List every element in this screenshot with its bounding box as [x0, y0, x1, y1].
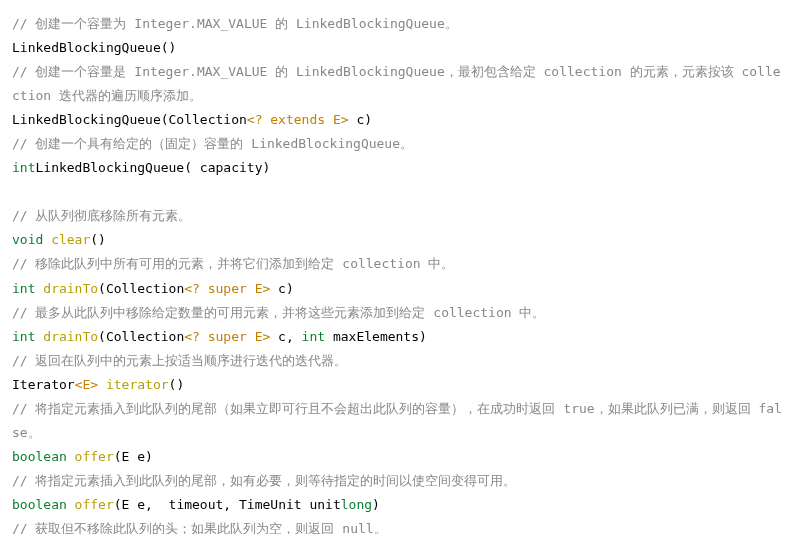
signature-text: ): [364, 112, 372, 127]
signature-text: ): [176, 377, 184, 392]
code-block: // 创建一个容量为 Integer.MAX_VALUE 的 LinkedBlo…: [12, 12, 782, 534]
code-line: // 从队列彻底移除所有元素。: [12, 204, 782, 228]
comment-text: // 获取但不移除此队列的头；如果此队列为空，则返回 null。: [12, 521, 387, 534]
signature-text: ): [372, 497, 380, 512]
type-text: Iterator: [12, 377, 75, 392]
signature-text: ): [145, 449, 153, 464]
code-line: // 最多从此队列中移除给定数量的可用元素，并将这些元素添加到给定 collec…: [12, 301, 782, 325]
keyword: boolean: [12, 449, 67, 464]
signature-text: LinkedBlockingQueue(: [12, 40, 169, 55]
comment-text: // 创建一个容量为 Integer.MAX_VALUE 的 LinkedBlo…: [12, 16, 458, 31]
code-line: // 获取但不移除此队列的头；如果此队列为空，则返回 null。: [12, 517, 782, 534]
code-line: // 创建一个具有给定的（固定）容量的 LinkedBlockingQueue。: [12, 132, 782, 156]
args-text: timeout, TimeUnit unit: [161, 497, 341, 512]
args-text: c,: [270, 329, 301, 344]
code-line: Iterator<E> iterator(): [12, 373, 782, 397]
code-line: // 返回在队列中的元素上按适当顺序进行迭代的迭代器。: [12, 349, 782, 373]
signature-text: ): [419, 329, 427, 344]
generic-type: <? super E>: [184, 281, 270, 296]
signature-text: ): [98, 232, 106, 247]
keyword: int: [12, 160, 35, 175]
signature-text: ): [169, 40, 177, 55]
comment-text: // 创建一个具有给定的（固定）容量的 LinkedBlockingQueue。: [12, 136, 413, 151]
signature-text: ): [286, 281, 294, 296]
keyword: long: [341, 497, 372, 512]
signature-text: (: [90, 232, 98, 247]
args-text: c: [270, 281, 286, 296]
comment-text: // 将指定元素插入到此队列的尾部，如有必要，则等待指定的时间以使空间变得可用。: [12, 473, 516, 488]
args-text: maxElements: [325, 329, 419, 344]
code-line: // 将指定元素插入到此队列的尾部（如果立即可行且不会超出此队列的容量），在成功…: [12, 397, 782, 445]
method-name: drainTo: [35, 281, 98, 296]
signature-text: (E e,: [114, 497, 161, 512]
keyword: int: [302, 329, 325, 344]
code-line: [12, 180, 782, 204]
args-text: c: [349, 112, 365, 127]
code-line: int drainTo(Collection<? super E> c, int…: [12, 325, 782, 349]
method-name: offer: [67, 449, 114, 464]
args-text: capacity: [192, 160, 262, 175]
generic-type: <? extends E>: [247, 112, 349, 127]
code-line: intLinkedBlockingQueue( capacity): [12, 156, 782, 180]
comment-text: // 从队列彻底移除所有元素。: [12, 208, 191, 223]
comment-text: // 最多从此队列中移除给定数量的可用元素，并将这些元素添加到给定 collec…: [12, 305, 545, 320]
code-line: LinkedBlockingQueue(): [12, 36, 782, 60]
keyword: int: [12, 329, 35, 344]
code-line: // 将指定元素插入到此队列的尾部，如有必要，则等待指定的时间以使空间变得可用。: [12, 469, 782, 493]
keyword: int: [12, 281, 35, 296]
code-line: boolean offer(E e, timeout, TimeUnit uni…: [12, 493, 782, 517]
signature-text: (Collection: [98, 281, 184, 296]
code-line: void clear(): [12, 228, 782, 252]
signature-text: (E e: [114, 449, 145, 464]
signature-text: LinkedBlockingQueue(Collection: [12, 112, 247, 127]
method-name: iterator: [98, 377, 168, 392]
code-line: LinkedBlockingQueue(Collection<? extends…: [12, 108, 782, 132]
keyword: void: [12, 232, 43, 247]
code-line: boolean offer(E e): [12, 445, 782, 469]
code-line: int drainTo(Collection<? super E> c): [12, 277, 782, 301]
code-line: // 创建一个容量是 Integer.MAX_VALUE 的 LinkedBlo…: [12, 60, 782, 108]
code-line: // 创建一个容量为 Integer.MAX_VALUE 的 LinkedBlo…: [12, 12, 782, 36]
comment-text: // 创建一个容量是 Integer.MAX_VALUE 的 LinkedBlo…: [12, 64, 781, 103]
signature-text: ): [262, 160, 270, 175]
comment-text: // 返回在队列中的元素上按适当顺序进行迭代的迭代器。: [12, 353, 347, 368]
keyword: boolean: [12, 497, 67, 512]
method-name: offer: [67, 497, 114, 512]
method-name: drainTo: [35, 329, 98, 344]
method-name: clear: [43, 232, 90, 247]
comment-text: // 将指定元素插入到此队列的尾部（如果立即可行且不会超出此队列的容量），在成功…: [12, 401, 782, 440]
signature-text: (Collection: [98, 329, 184, 344]
generic-type: <? super E>: [184, 329, 270, 344]
comment-text: // 移除此队列中所有可用的元素，并将它们添加到给定 collection 中。: [12, 256, 454, 271]
code-line: // 移除此队列中所有可用的元素，并将它们添加到给定 collection 中。: [12, 252, 782, 276]
signature-text: LinkedBlockingQueue(: [35, 160, 192, 175]
generic-type: <E>: [75, 377, 98, 392]
